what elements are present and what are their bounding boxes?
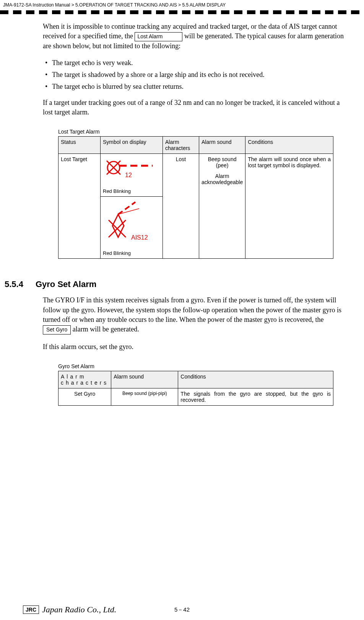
dashed-divider	[0, 10, 364, 14]
lost-symbol-2: AIS12	[103, 199, 160, 249]
gyro-para-b: alarm will be generated.	[73, 325, 139, 333]
bullet-item: The target echo is very weak.	[45, 58, 344, 68]
lost-table-caption: Lost Target Alarm	[58, 129, 344, 135]
range-paragraph: If a target under tracking goes out of a…	[43, 98, 344, 117]
alarm-sound-b: Alarm acknowledgeable	[202, 173, 243, 185]
lost-target-table: Status Symbol on display Alarm character…	[58, 136, 333, 259]
td-status: Lost Target	[58, 154, 101, 259]
company-name: Japan Radio Co., Ltd.	[42, 605, 116, 615]
gyro-table-caption: Gyro Set Alarm	[58, 363, 344, 369]
lost-alarm-box: Lost Alarm	[135, 32, 182, 41]
intro-paragraph: When it is impossible to continue tracki…	[43, 22, 344, 51]
th-alarm-sound: Alarm sound	[199, 137, 245, 154]
header-chapter: 5.OPERATION OF TARGET TRACKING AND AIS	[75, 2, 177, 8]
th-symbol: Symbol on display	[101, 137, 163, 154]
bullet-item: The target echo is blurred by sea clutte…	[45, 82, 344, 92]
symbol-1-number: 12	[125, 172, 132, 178]
td-symbol-1: 12 Red Blinking	[101, 154, 163, 197]
page-number: 5－42	[174, 606, 190, 613]
th-gyro-alarm-chars: Alarm characters	[58, 371, 111, 388]
jrc-logo: JRC	[23, 605, 39, 614]
bullet-item: The target is shadowed by a shore or a l…	[45, 70, 344, 80]
th-conditions: Conditions	[245, 137, 333, 154]
symbol-2-number: AIS12	[131, 234, 148, 241]
lost-symbol-1: 12	[103, 156, 160, 187]
svg-line-7	[118, 202, 135, 214]
page-footer: JRC Japan Radio Co., Ltd. 5－42	[0, 605, 364, 615]
th-gyro-conditions: Conditions	[178, 371, 333, 388]
gyro-paragraph-2: If this alarm occurs, set the gyro.	[43, 342, 344, 352]
red-blinking-1: Red Blinking	[103, 188, 160, 194]
breadcrumb: JMA-9172-SA Instruction Manual > 5.OPERA…	[0, 0, 364, 10]
section-title: Gyro Set Alarm	[36, 279, 96, 289]
td-conditions: The alarm will sound once when a lost ta…	[245, 154, 333, 259]
th-alarm-chars: Alarm characters	[163, 137, 199, 154]
gyro-paragraph-1: The GYRO I/F in this system receives sig…	[43, 295, 344, 334]
td-gyro-alarm-sound: Beep sound (pipi-pipi)	[111, 388, 178, 405]
th-status: Status	[58, 137, 101, 154]
red-blinking-2: Red Blinking	[103, 250, 160, 256]
td-alarm-chars: Lost	[163, 154, 199, 259]
bullet-list: The target echo is very weak. The target…	[43, 58, 344, 92]
alarm-sound-a: Beep sound (pee)	[202, 156, 243, 168]
section-554-heading: 5.5.4 Gyro Set Alarm	[5, 279, 344, 289]
header-section: 5.5 ALARM DISPLAY	[182, 2, 226, 8]
set-gyro-box: Set Gyro	[43, 325, 71, 334]
td-gyro-conditions: The signals from the gyro are stopped, b…	[178, 388, 333, 405]
gyro-set-table: Alarm characters Alarm sound Conditions …	[58, 371, 333, 406]
gyro-para-a: The GYRO I/F in this system receives sig…	[43, 296, 341, 323]
section-number: 5.5.4	[5, 279, 23, 289]
td-gyro-alarm-chars: Set Gyro	[58, 388, 111, 405]
th-gyro-alarm-sound: Alarm sound	[111, 371, 178, 388]
header-manual: JMA-9172-SA Instruction Manual	[3, 2, 70, 8]
td-symbol-2: AIS12 Red Blinking	[101, 197, 163, 259]
td-alarm-sound: Beep sound (pee) Alarm acknowledgeable	[199, 154, 245, 259]
